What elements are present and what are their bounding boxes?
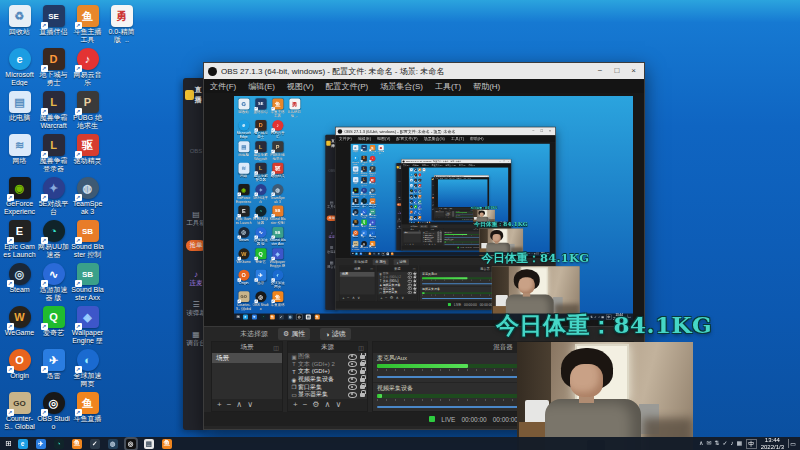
desktop-icon-Sound Blaster 控制[interactable]: SB↗Sound Blaster 控制: [71, 220, 104, 258]
scene-list[interactable]: 场景: [340, 272, 375, 295]
desktop-icon-网易UU加速器[interactable]: ◔↗网易UU加速器: [37, 220, 70, 258]
lock-icon[interactable]: [360, 385, 365, 389]
desktop-icon-GeForce Experience[interactable]: ◉↗GeForce Experience: [3, 177, 36, 216]
desktop-icon-PUBG 绝地求生[interactable]: P↗PUBG 绝地求生: [368, 166, 376, 176]
desktop-icon-5E对战平台[interactable]: ✦↗5E对战平台: [360, 188, 368, 198]
taskbar-app-obs-studio[interactable]: ◎: [382, 252, 384, 254]
scene-list[interactable]: 场景: [212, 353, 282, 399]
desktop-icon-魔兽争霸 Warcraft版[interactable]: L↗魔兽争霸 Warcraft版: [360, 166, 368, 176]
taskbar-clock[interactable]: 13:44 2022/1/3: [761, 437, 784, 450]
visibility-eye-icon[interactable]: [408, 291, 412, 294]
taskbar-app-obs-studio[interactable]: ◎: [297, 314, 302, 319]
desktop-icon-斗鱼直播[interactable]: 鱼↗斗鱼直播: [71, 392, 104, 423]
tray-icon[interactable]: ✉: [706, 437, 711, 450]
desktop-icon-斗鱼直播[interactable]: 鱼↗斗鱼直播: [368, 241, 376, 249]
lock-icon[interactable]: [440, 241, 441, 242]
maximize-button[interactable]: □: [485, 175, 486, 177]
desktop-icon-OBS Studio[interactable]: ◎↗OBS Studio: [360, 241, 368, 251]
taskbar-app-sphere-app[interactable]: ◍: [377, 252, 379, 254]
desktop-icon-Wallpaper Engine 壁纸[interactable]: ◈↗Wallpaper Engine 壁纸: [71, 306, 104, 345]
scenes-toolbar-button[interactable]: −: [347, 295, 349, 301]
menu-item[interactable]: 文件(F): [336, 136, 355, 141]
desktop-icon-驱动精灵[interactable]: 驱↗驱动精灵: [71, 134, 104, 165]
scene-item[interactable]: 场景: [435, 211, 444, 212]
desktop-icon-地下城与勇士[interactable]: D↗地下城与勇士: [360, 156, 368, 166]
tray-icon[interactable]: ⇅: [714, 437, 719, 450]
notification-center-icon[interactable]: ▭: [788, 439, 797, 448]
lock-icon[interactable]: [360, 355, 365, 359]
taskbar-app-uu-accelerator[interactable]: ◔: [364, 252, 366, 254]
scenes-toolbar-button[interactable]: ∨: [357, 295, 360, 301]
scenes-toolbar-button[interactable]: −: [227, 399, 232, 411]
close-button[interactable]: ×: [549, 127, 551, 135]
minimize-button[interactable]: −: [499, 159, 500, 163]
desktop-icon-GeForce Experience[interactable]: ◉↗GeForce Experience: [351, 188, 359, 198]
desktop-icon-Sound Blaster 控制[interactable]: SB↗Sound Blaster 控制: [368, 198, 376, 208]
scenes-toolbar-button[interactable]: ∧: [236, 399, 242, 411]
desktop-icon-Counter-S.. Global Of..[interactable]: GO↗Counter-S.. Global Of..: [3, 392, 36, 431]
properties-button[interactable]: ⚙属性: [373, 259, 389, 265]
taskbar-app-edge[interactable]: e: [18, 439, 28, 449]
visibility-eye-icon[interactable]: [348, 392, 357, 398]
menu-item[interactable]: 编辑(E): [355, 136, 374, 141]
desktop-icon-直播伴侣[interactable]: SE↗直播伴侣: [252, 98, 268, 113]
sources-toolbar-button[interactable]: ⚙: [312, 399, 319, 411]
desktop-icon-魔兽争霸 Warcraft版[interactable]: L↗魔兽争霸 Warcraft版: [252, 141, 268, 160]
desktop-icon-Sound Blaster Axx[interactable]: SB↗Sound Blaster Axx: [418, 200, 422, 205]
close-button[interactable]: ×: [487, 175, 488, 177]
ime-indicator[interactable]: 中: [746, 439, 757, 449]
visibility-eye-icon[interactable]: [408, 272, 412, 275]
desktop-icon-5E对战平台[interactable]: ✦↗5E对战平台: [37, 177, 70, 215]
taskbar-app-check-app[interactable]: ✓: [279, 314, 284, 319]
desktop-icon-迅雷[interactable]: ✈↗迅雷: [252, 270, 268, 285]
close-button[interactable]: ×: [508, 159, 509, 163]
desktop-icon-Sound Blaster Axx[interactable]: SB↗Sound Blaster Axx: [368, 209, 376, 219]
desktop-icon-Wallpaper Engine 壁纸[interactable]: ◈↗Wallpaper Engine 壁纸: [418, 205, 422, 210]
taskbar-app-window-app[interactable]: ▤: [386, 252, 388, 254]
visibility-eye-icon[interactable]: [437, 241, 439, 242]
taskbar-app-uu-accelerator[interactable]: ◔: [416, 222, 417, 223]
source-list[interactable]: ▣图像T文本 (GDI+) 2T文本 (GDI+)◉视频采集设备❐窗口采集▭显示…: [422, 231, 442, 242]
start-button[interactable]: ⊞: [352, 252, 354, 255]
desktop-icon-魔兽争霸 登录器[interactable]: L↗魔兽争霸 登录器: [37, 134, 70, 172]
scene-list[interactable]: 场景: [403, 231, 420, 242]
scene-item[interactable]: 场景: [212, 353, 282, 363]
taskbar-app-window-app[interactable]: ▤: [144, 439, 154, 449]
maximize-button[interactable]: □: [504, 159, 505, 163]
desktop-icon-迅游加速器 版[interactable]: ∿↗迅游加速器 版: [252, 227, 268, 246]
desktop-icon-迅游加速器 版[interactable]: ∿↗迅游加速器 版: [360, 209, 368, 219]
desktop-icon-PUBG 绝地求生[interactable]: P↗PUBG 绝地求生: [269, 141, 285, 160]
desktop-icon-网易云音乐[interactable]: ♪↗网易云音乐: [71, 48, 104, 86]
visibility-eye-icon[interactable]: [348, 377, 357, 383]
desktop-icon-Microsoft Edge[interactable]: eMicrosoft Edge: [3, 48, 36, 86]
taskbar-app-check-app[interactable]: ✓: [90, 439, 100, 449]
desktop-icon-驱动精灵[interactable]: 驱↗驱动精灵: [269, 163, 285, 178]
desktop-icon-Steam[interactable]: ◎↗Steam: [235, 227, 251, 242]
visibility-eye-icon[interactable]: [348, 369, 357, 375]
desktop-icon-Wallpaper Engine 壁纸[interactable]: ◈↗Wallpaper Engine 壁纸: [269, 248, 285, 267]
taskbar-app-edge[interactable]: e: [411, 222, 412, 223]
properties-button[interactable]: ⚙属性: [278, 328, 310, 340]
desktop-icon-Origin[interactable]: O↗Origin: [3, 349, 36, 380]
sources-toolbar-button[interactable]: ⚙: [390, 295, 394, 301]
lock-icon[interactable]: [414, 292, 416, 294]
taskbar-app-edge[interactable]: e: [243, 314, 248, 319]
taskbar-app-douyu-tool[interactable]: 鱼: [270, 314, 275, 319]
tray-icon[interactable]: ∧: [699, 437, 703, 450]
desktop-icon-网络[interactable]: ≋网络: [351, 177, 359, 185]
source-list[interactable]: ▣图像T文本 (GDI+) 2T文本 (GDI+)◉视频采集设备❐窗口采集▭显示…: [378, 272, 417, 295]
desktop-icon-OBS Studio[interactable]: ◎↗OBS Studio: [252, 291, 268, 310]
scenes-toolbar-button[interactable]: +: [342, 295, 344, 301]
menu-item[interactable]: 帮助(H): [467, 81, 506, 92]
taskbar-app-douyu-live[interactable]: 鱼: [429, 222, 430, 223]
lock-icon[interactable]: [360, 362, 365, 366]
taskbar-app-douyu-live[interactable]: 鱼: [391, 252, 393, 254]
desktop-icon-TeamSpeak 3[interactable]: ◍↗TeamSpeak 3: [418, 189, 422, 194]
desktop-icon-网络[interactable]: ≋网络: [235, 163, 251, 178]
lock-icon[interactable]: [360, 370, 365, 374]
taskbar-app-window-app[interactable]: ▤: [427, 222, 428, 223]
obs-preview-area[interactable]: ♻回收站SE↗直播伴侣鱼↗斗鱼主播工具勇0.0-精简版_..eMicrosoft…: [336, 142, 555, 258]
sources-toolbar-button[interactable]: ∧: [396, 295, 399, 301]
taskbar-app-thunder[interactable]: ✈: [360, 252, 362, 254]
taskbar-app-thunder[interactable]: ✈: [413, 222, 414, 223]
